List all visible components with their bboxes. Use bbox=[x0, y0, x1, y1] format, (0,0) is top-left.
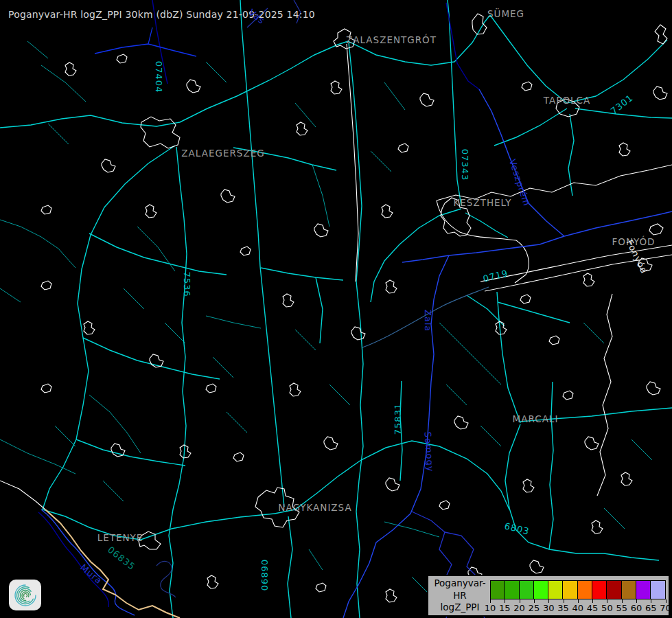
legend-tick-label: 15 bbox=[498, 603, 511, 613]
legend-tick-label: 70 bbox=[659, 603, 672, 613]
radar-map-canvas bbox=[0, 0, 672, 618]
country-border-line bbox=[45, 510, 180, 618]
legend-tick-label: 55 bbox=[615, 603, 629, 613]
legend-cell bbox=[607, 580, 621, 599]
minor-road-lines bbox=[0, 41, 652, 597]
legend-title-line: logZ_PPI bbox=[428, 602, 491, 614]
legend-tick-label: 40 bbox=[571, 603, 585, 613]
legend-tick-label: 50 bbox=[600, 603, 614, 613]
legend-tick-label: 60 bbox=[629, 603, 643, 613]
spiral-icon bbox=[12, 582, 39, 609]
legend-cell bbox=[636, 580, 651, 599]
legend-panel: Poganyvar-HR logZ_PPI dbZ 10152025303540… bbox=[427, 575, 670, 617]
legend-cell bbox=[563, 580, 577, 599]
legend-cell bbox=[520, 580, 534, 599]
legend-cell bbox=[622, 580, 636, 599]
legend-tick-label: 65 bbox=[644, 603, 658, 613]
legend-tick-label: 20 bbox=[513, 603, 526, 613]
radar-spiral-logo bbox=[9, 580, 41, 610]
legend-cell bbox=[592, 580, 607, 599]
legend-tick-label: 10 bbox=[483, 603, 497, 613]
legend-title-block: Poganyvar-HR logZ_PPI dbZ bbox=[428, 577, 491, 618]
legend-tick-label: 35 bbox=[557, 603, 570, 613]
legend-ticks: 10152025303540455055606570 bbox=[490, 599, 669, 615]
legend-cell bbox=[490, 580, 505, 599]
major-road-lines bbox=[0, 0, 672, 618]
radar-screen: Poganyvar-HR logZ_PPI 30km (dbZ) Sunday … bbox=[0, 0, 672, 618]
legend-colorbar bbox=[490, 580, 666, 599]
river-lines bbox=[38, 0, 672, 618]
legend-title-line: Poganyvar-HR bbox=[428, 577, 491, 602]
legend-cell bbox=[548, 580, 563, 599]
legend-cell bbox=[651, 580, 665, 599]
legend-cell bbox=[505, 580, 519, 599]
legend-cell bbox=[578, 580, 592, 599]
legend-tick-label: 25 bbox=[527, 603, 541, 613]
legend-tick-label: 45 bbox=[586, 603, 599, 613]
legend-cell bbox=[534, 580, 548, 599]
legend-tick-label: 30 bbox=[542, 603, 555, 613]
legend-title-line: dbZ bbox=[428, 614, 491, 618]
